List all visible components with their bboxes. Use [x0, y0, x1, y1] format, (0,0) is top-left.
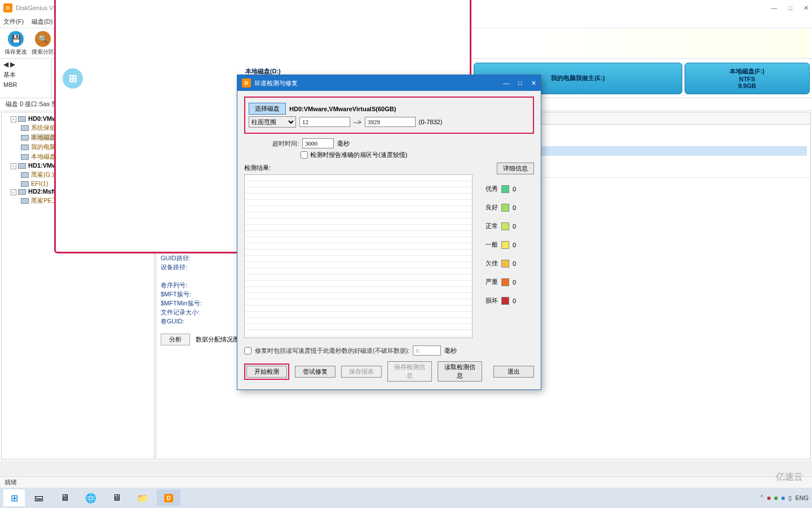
taskbar-diskgenius[interactable]: D [157, 489, 180, 506]
taskbar-app-4[interactable]: 🖥 [105, 489, 129, 506]
accurate-sector-checkbox[interactable] [301, 151, 308, 159]
legend-一般: 一般0 [486, 240, 516, 249]
badtrack-dialog: D 坏道检测与修复 — □ ✕ 选择磁盘 HD0:VMware,VMwareVi… [237, 75, 541, 390]
data-distribution-label: 数据分配情况图 [196, 335, 239, 344]
taskbar-app-3[interactable]: 🌐 [79, 489, 103, 506]
app-icon: D [3, 3, 12, 12]
cylinder-to-input[interactable] [365, 117, 416, 127]
tray-icon-3[interactable]: ■ [782, 494, 785, 501]
taskbar[interactable]: ⊞ 🖴 🖥 🌐 🖥 📁 D ˄ ■ ■ ■ ▯ ENG [0, 488, 812, 508]
nav-arrows[interactable]: ◀ ▶ [3, 60, 48, 68]
tray-icon-2[interactable]: ■ [774, 494, 778, 501]
disk-select-group: 选择磁盘 HD0:VMware,VMwareVirtualS(60GB) 柱面范… [244, 97, 534, 134]
legend-严重: 严重0 [486, 278, 516, 286]
scan-grid [244, 174, 473, 338]
timeout-input[interactable] [302, 138, 334, 148]
exit-button[interactable]: 退出 [493, 366, 534, 378]
status-bar: 就绪 [0, 476, 812, 488]
detail-info-button[interactable]: 详细信息 [497, 163, 534, 174]
repair-slow-label: 修复时包括读写速度慢于此毫秒数的好磁道(不破坏数据): [255, 347, 409, 355]
select-disk-button[interactable]: 选择磁盘 [249, 103, 286, 115]
tree-vol-efi[interactable]: EFI(1) [31, 180, 48, 187]
toolbar-0[interactable]: 💾保存更改 [2, 31, 29, 56]
taskbar-app-2[interactable]: 🖥 [53, 489, 77, 506]
dialog-maximize-button[interactable]: □ [518, 80, 522, 87]
start-button[interactable]: ⊞ [3, 489, 25, 506]
taskbar-app-5[interactable]: 📁 [131, 489, 155, 506]
tray-network-icon[interactable]: ▯ [788, 494, 792, 502]
tree-vol-g[interactable]: 黑鲨(G:) [31, 171, 54, 178]
toolbar-1[interactable]: 🔍搜索分区 [29, 31, 56, 56]
close-button[interactable]: ✕ [804, 5, 809, 12]
timeout-label: 超时时间: [272, 139, 299, 148]
result-label: 检测结果: [244, 164, 271, 171]
legend-正常: 正常0 [486, 222, 516, 230]
start-scan-button[interactable]: 开始检测 [246, 366, 287, 378]
menu-file[interactable]: 文件(F) [3, 17, 24, 26]
cylinder-range-hint: (0-7832) [419, 119, 443, 125]
save-scan-info-button: 保存检测信息 [387, 361, 432, 382]
windows-icon: ⊞ [63, 68, 83, 89]
legend: 优秀0良好0正常0一般0欠佳0严重0损坏0 [486, 174, 516, 315]
repair-slow-checkbox[interactable] [244, 347, 251, 354]
accurate-sector-label: 检测时报告准确的扇区号(速度较慢) [310, 151, 407, 159]
cylinder-range-select[interactable]: 柱面范围 [249, 116, 296, 128]
tray-chevron-icon[interactable]: ˄ [760, 494, 764, 502]
nav-basic: 基本 [3, 71, 48, 79]
nav-mbr: MBR [3, 81, 48, 88]
cylinder-from-input[interactable] [299, 117, 350, 127]
tray-ime[interactable]: ENG [795, 494, 809, 501]
legend-欠佳: 欠佳0 [486, 259, 516, 268]
minimize-button[interactable]: — [771, 5, 777, 12]
analyze-button[interactable]: 分析 [161, 334, 190, 345]
repair-ms-input[interactable] [413, 345, 441, 356]
legend-优秀: 优秀0 [486, 185, 516, 193]
dialog-minimize-button[interactable]: — [503, 80, 509, 87]
watermark: 亿速云 [776, 471, 803, 483]
dialog-titlebar[interactable]: D 坏道检测与修复 — □ ✕ [237, 75, 541, 91]
maximize-button[interactable]: □ [788, 5, 792, 12]
save-report-button: 保存报表 [341, 366, 382, 378]
try-repair-button[interactable]: 尝试修复 [295, 366, 336, 378]
dialog-icon: D [242, 78, 251, 87]
tray-icon-1[interactable]: ■ [767, 494, 771, 501]
taskbar-app-1[interactable]: 🖴 [27, 489, 51, 506]
selected-disk-label: HD0:VMware,VMwareVirtualS(60GB) [289, 106, 396, 112]
dialog-close-button[interactable]: ✕ [531, 80, 536, 87]
legend-良好: 良好0 [486, 203, 516, 212]
legend-损坏: 损坏0 [486, 296, 516, 305]
menu-disk[interactable]: 磁盘(D) [32, 17, 52, 26]
dialog-title: 坏道检测与修复 [254, 79, 298, 87]
partition-bar-f[interactable]: 本地磁盘(F:) NTFS 9.9GB [685, 63, 810, 94]
load-scan-info-button[interactable]: 读取检测信息 [438, 361, 482, 382]
